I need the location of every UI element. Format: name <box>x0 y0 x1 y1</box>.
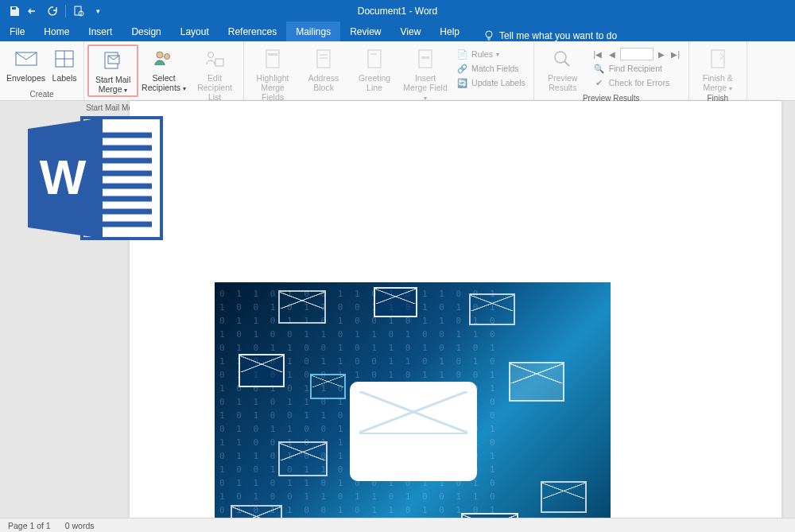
preview-results-button: Preview Results <box>537 45 588 94</box>
document-title: Document1 - Word <box>358 6 437 17</box>
svg-rect-15 <box>317 50 330 68</box>
envelopes-button[interactable]: Envelopes <box>3 45 48 84</box>
start-mail-merge-label: Start Mail Merge ▾ <box>92 75 134 94</box>
word-logo-icon: W <box>20 107 171 250</box>
find-icon: 🔍 <box>593 62 606 75</box>
last-record-icon: ▶| <box>669 48 682 60</box>
check-errors-button: ✔Check for Errors <box>588 75 685 91</box>
tell-me[interactable]: Tell me what you want to do <box>469 30 617 41</box>
ribbon: Envelopes Labels Create Start Mail Merge… <box>0 41 795 101</box>
find-recipient-button: 🔍Find Recipient <box>588 62 685 75</box>
svg-rect-0 <box>75 6 81 15</box>
redo-icon[interactable] <box>46 5 59 17</box>
address-label: Address Block <box>301 73 346 92</box>
labels-label: Labels <box>52 73 77 83</box>
small-envelope-icon <box>469 293 515 325</box>
select-recipients-button[interactable]: Select Recipients ▾ <box>138 45 189 94</box>
insert-field-icon <box>413 46 438 72</box>
first-record-icon: |◀ <box>591 48 604 60</box>
qat-dropdown-icon[interactable]: ▾ <box>91 5 104 17</box>
small-envelope-icon <box>541 481 587 513</box>
update-labels-button: 🔄Update Labels <box>456 76 525 89</box>
large-envelope-icon <box>350 382 477 481</box>
recipients-icon <box>151 46 176 72</box>
match-fields-button: 🔗Match Fields <box>456 62 525 75</box>
highlight-label: Highlight Merge Fields <box>250 73 295 102</box>
finish-label: Finish & Merge ▾ <box>696 73 740 92</box>
menu-mailings[interactable]: Mailings <box>286 21 340 41</box>
finish-merge-button: Finish & Merge ▾ <box>692 45 743 94</box>
rules-button: 📄Rules ▾ <box>456 48 525 60</box>
menu-help[interactable]: Help <box>430 21 469 41</box>
preview-icon[interactable] <box>72 5 85 17</box>
quick-access-toolbar: ▾ <box>0 5 104 17</box>
menu-bar: File Home Insert Design Layout Reference… <box>0 21 795 41</box>
insert-merge-field-button: Insert Merge Field ▾ <box>400 45 451 103</box>
ribbon-group-start-mail-merge: Start Mail Merge ▾ Select Recipients ▾ E… <box>84 41 244 100</box>
update-icon: 🔄 <box>456 76 468 89</box>
small-envelope-icon <box>310 374 346 399</box>
insert-field-label: Insert Merge Field ▾ <box>403 73 448 102</box>
record-number-input <box>620 48 653 60</box>
title-bar: ▾ Document1 - Word <box>0 0 795 21</box>
highlight-merge-fields-button: Highlight Merge Fields <box>247 45 298 103</box>
mail-merge-icon <box>100 48 126 73</box>
small-envelope-icon <box>278 441 328 476</box>
menu-review[interactable]: Review <box>340 21 390 41</box>
lightbulb-icon <box>483 30 494 41</box>
save-icon[interactable] <box>8 5 21 17</box>
svg-point-10 <box>165 54 170 60</box>
address-block-button: Address Block <box>298 45 349 94</box>
edit-list-icon <box>202 46 227 72</box>
document-area: W 0 1 1 0 1 0 0 1 1 0 1 0 1 1 0 0 1 1 0 … <box>0 101 795 518</box>
svg-line-23 <box>564 61 569 66</box>
menu-layout[interactable]: Layout <box>171 21 219 41</box>
next-record-icon: ▶ <box>655 48 668 60</box>
svg-point-22 <box>555 52 566 63</box>
labels-button[interactable]: Labels <box>48 45 80 84</box>
ribbon-group-preview: Preview Results |◀ ◀ ▶ ▶| 🔍Find Recipien… <box>534 41 689 100</box>
svg-text:W: W <box>40 150 87 204</box>
svg-rect-13 <box>266 50 279 68</box>
menu-view[interactable]: View <box>391 21 431 41</box>
tell-me-label: Tell me what you want to do <box>499 30 617 41</box>
prev-record-icon: ◀ <box>606 48 619 60</box>
menu-home[interactable]: Home <box>34 21 79 41</box>
start-mail-merge-button[interactable]: Start Mail Merge ▾ <box>87 45 138 97</box>
page-indicator[interactable]: Page 1 of 1 <box>8 521 51 530</box>
svg-rect-14 <box>268 53 277 56</box>
svg-rect-18 <box>368 50 381 68</box>
check-icon: ✔ <box>593 76 606 89</box>
highlight-icon <box>260 46 285 72</box>
edit-recipient-list-button: Edit Recipient List <box>189 45 240 103</box>
magnifier-icon <box>550 46 576 72</box>
menu-design[interactable]: Design <box>122 21 170 41</box>
edit-recipient-label: Edit Recipient List <box>192 73 237 102</box>
svg-point-2 <box>486 31 492 37</box>
select-recipients-label: Select Recipients ▾ <box>142 73 186 92</box>
menu-references[interactable]: References <box>219 21 286 41</box>
inserted-image[interactable]: 0 1 1 0 1 0 0 1 1 0 1 0 1 1 0 0 1 1 0 0 … <box>215 282 611 532</box>
undo-icon[interactable] <box>27 5 40 17</box>
ribbon-group-finish: Finish & Merge ▾ Finish <box>689 41 747 100</box>
svg-point-9 <box>157 52 163 58</box>
create-group-label: Create <box>0 90 83 100</box>
status-bar: Page 1 of 1 0 words <box>0 518 795 532</box>
greeting-label: Greeting Line <box>352 73 397 92</box>
svg-rect-12 <box>215 59 223 66</box>
svg-point-11 <box>208 52 214 58</box>
menu-file[interactable]: File <box>0 21 34 41</box>
svg-rect-24 <box>712 50 724 68</box>
envelope-icon <box>14 46 39 72</box>
word-count[interactable]: 0 words <box>65 521 95 530</box>
envelopes-label: Envelopes <box>6 73 45 83</box>
ribbon-group-create: Envelopes Labels Create <box>0 41 84 100</box>
menu-insert[interactable]: Insert <box>79 21 122 41</box>
ribbon-group-write-insert: Highlight Merge Fields Address Block Gre… <box>244 41 534 100</box>
preview-results-label: Preview Results <box>541 73 585 92</box>
small-envelope-icon <box>278 290 326 324</box>
greeting-line-button: Greeting Line <box>349 45 400 94</box>
small-envelope-icon <box>509 362 564 402</box>
small-envelope-icon <box>374 287 417 317</box>
finish-icon <box>705 46 731 72</box>
